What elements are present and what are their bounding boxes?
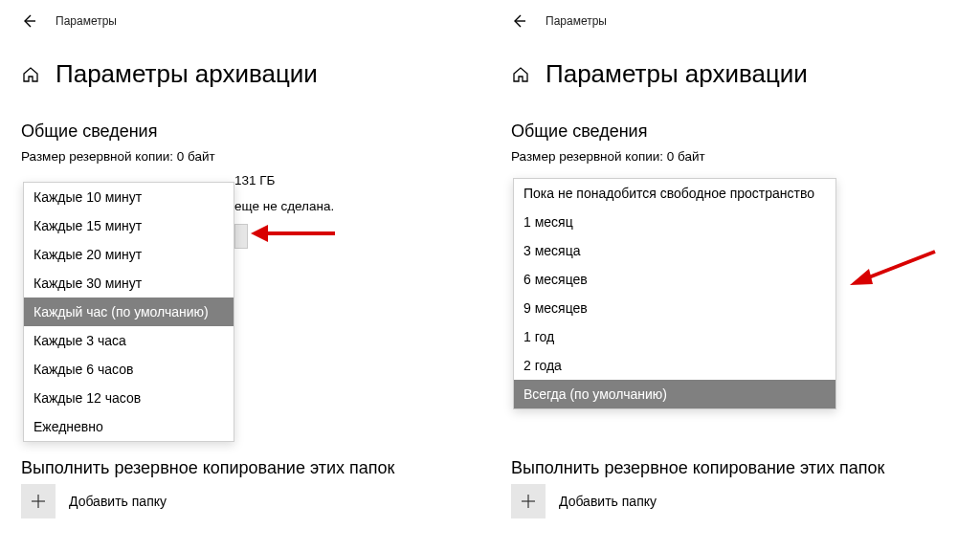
add-folder-row[interactable]: Добавить папку [21, 484, 167, 518]
dropdown-item[interactable]: 9 месяцев [514, 294, 835, 322]
dropdown-item[interactable]: Каждые 20 минут [24, 240, 234, 269]
folders-section-header: Выполнить резервное копирование этих пап… [21, 458, 394, 478]
titlebar: Параметры [511, 10, 980, 33]
home-icon[interactable] [511, 65, 530, 84]
dropdown-item[interactable]: Каждые 15 минут [24, 211, 234, 240]
backup-size-line: Размер резервной копии: 0 байт [21, 149, 490, 164]
dropdown-item[interactable]: 1 год [514, 322, 835, 351]
overview-header: Общие сведения [21, 121, 490, 142]
dropdown-item-selected[interactable]: Каждый час (по умолчанию) [24, 298, 234, 326]
dropdown-item[interactable]: Пока не понадобится свободное пространст… [514, 179, 835, 208]
back-icon[interactable] [21, 13, 36, 29]
dropdown-stub[interactable] [234, 224, 248, 249]
overview-header: Общие сведения [511, 121, 980, 142]
backup-size-line: Размер резервной копии: 0 байт [511, 149, 980, 164]
titlebar: Параметры [21, 10, 490, 33]
svg-marker-4 [251, 225, 268, 242]
dropdown-item[interactable]: Каждые 6 часов [24, 355, 234, 384]
annotation-arrow [251, 220, 337, 247]
dropdown-item[interactable]: Каждые 3 часа [24, 326, 234, 355]
svg-marker-9 [850, 269, 873, 285]
plus-icon[interactable] [511, 484, 546, 518]
left-pane: Параметры Параметры архивации Общие свед… [0, 0, 490, 551]
dropdown-item[interactable]: Каждые 12 часов [24, 384, 234, 412]
not-done-fragment: еще не сделана. [234, 199, 334, 213]
window-name: Параметры [546, 14, 607, 28]
back-icon[interactable] [511, 13, 526, 29]
frequency-dropdown[interactable]: Каждые 10 минут Каждые 15 минут Каждые 2… [23, 182, 234, 442]
dropdown-item[interactable]: 6 месяцев [514, 265, 835, 294]
dropdown-item[interactable]: Ежедневно [24, 412, 234, 441]
dropdown-item[interactable]: Каждые 10 минут [24, 183, 234, 211]
retention-dropdown[interactable]: Пока не понадобится свободное пространст… [513, 178, 836, 409]
add-folder-row[interactable]: Добавить папку [511, 484, 657, 518]
plus-icon[interactable] [21, 484, 56, 518]
right-pane: Параметры Параметры архивации Общие свед… [490, 0, 980, 551]
page-title: Параметры архивации [546, 59, 808, 89]
dropdown-item[interactable]: 2 года [514, 351, 835, 380]
add-folder-label: Добавить папку [559, 494, 657, 509]
annotation-arrow [844, 244, 940, 292]
dropdown-item[interactable]: 1 месяц [514, 208, 835, 236]
window-name: Параметры [56, 14, 117, 28]
dropdown-item[interactable]: 3 месяца [514, 236, 835, 265]
folders-section-header: Выполнить резервное копирование этих пап… [511, 458, 884, 478]
add-folder-label: Добавить папку [69, 494, 167, 509]
svg-line-8 [861, 252, 935, 280]
page-title: Параметры архивации [56, 59, 318, 89]
dropdown-item-selected[interactable]: Всегда (по умолчанию) [514, 380, 835, 408]
dropdown-item[interactable]: Каждые 30 минут [24, 269, 234, 298]
home-icon[interactable] [21, 65, 40, 84]
drive-size-fragment: 131 ГБ [234, 173, 275, 187]
